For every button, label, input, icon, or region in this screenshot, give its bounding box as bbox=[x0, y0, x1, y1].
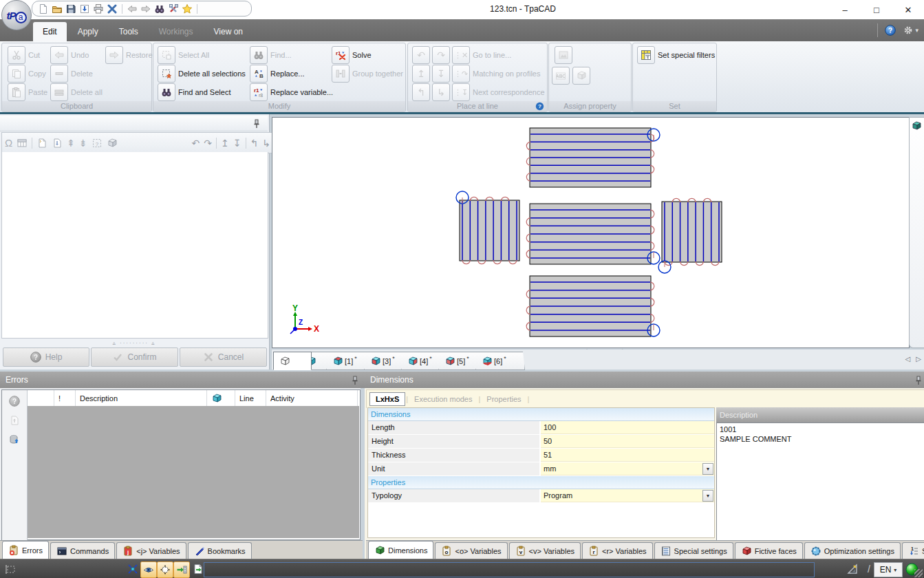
page-export-green-button[interactable] bbox=[191, 561, 206, 577]
ribbon-button-label: Undo bbox=[71, 51, 89, 59]
thickness-field[interactable]: 51 bbox=[541, 449, 714, 462]
overall-view-button[interactable] bbox=[157, 561, 173, 578]
pin-icon[interactable] bbox=[350, 375, 361, 386]
undo-arrow-icon[interactable] bbox=[127, 3, 138, 14]
settings-gear[interactable]: ▾ bbox=[903, 25, 918, 36]
special-filters-icon bbox=[637, 46, 655, 64]
menu-tab-workings[interactable]: Workings bbox=[149, 22, 203, 41]
bottom-tab-v-variables[interactable]: v<v> Variables bbox=[509, 542, 581, 559]
minimize-button[interactable]: – bbox=[829, 0, 861, 19]
description-textarea[interactable]: 1001SAMPLE COMMENT bbox=[716, 422, 924, 541]
menu-tab-view-on[interactable]: View on bbox=[204, 22, 253, 41]
bottom-tab-j-variables[interactable]: j<j> Variables bbox=[116, 542, 186, 559]
length-field[interactable]: 100 bbox=[541, 421, 714, 434]
ribbon-button-cut: Cut bbox=[8, 46, 40, 64]
face-tab-next-button[interactable]: ▷ bbox=[916, 355, 921, 363]
menu-tab-tools[interactable]: Tools bbox=[109, 22, 148, 41]
delete-x-icon[interactable] bbox=[107, 3, 118, 14]
tab-separator: | bbox=[479, 395, 481, 403]
save-import-icon[interactable] bbox=[79, 3, 90, 14]
ribbon-button-solve[interactable]: r1Solve bbox=[332, 46, 372, 64]
errors-column-description[interactable]: Description bbox=[76, 390, 207, 406]
bottom-tab-dimensions[interactable]: Dimensions bbox=[368, 541, 433, 559]
dropdown-arrow[interactable]: ▼ bbox=[702, 490, 713, 502]
language-value: EN bbox=[880, 565, 892, 575]
language-selector[interactable]: EN ▾ bbox=[874, 562, 903, 577]
new-document-icon[interactable] bbox=[38, 3, 49, 14]
bottom-tab-optimization-settings[interactable]: Optimization settings bbox=[804, 542, 901, 559]
db-upload-icon[interactable] bbox=[9, 434, 20, 445]
face-tab-6[interactable]: [6]* bbox=[475, 352, 525, 370]
ribbon-button-delete-all-selections[interactable]: Delete all selections bbox=[158, 65, 246, 83]
maximize-button[interactable]: □ bbox=[861, 0, 892, 19]
menu-tab-apply[interactable]: Apply bbox=[68, 22, 108, 41]
tab-separator: | bbox=[406, 395, 408, 403]
face-tab-general[interactable] bbox=[273, 352, 312, 370]
curve-left-icon: ↰ bbox=[412, 83, 430, 101]
group-help-icon[interactable]: ? bbox=[535, 102, 544, 111]
column-label: Activity bbox=[270, 394, 294, 403]
errors-column-x[interactable] bbox=[28, 390, 54, 406]
save-icon[interactable] bbox=[65, 3, 76, 14]
ribbon-button-replace[interactable]: ABReplace... bbox=[250, 65, 305, 83]
bottom-tab-commands[interactable]: Commands bbox=[50, 542, 115, 559]
collapsed-side-tab[interactable] bbox=[909, 117, 924, 348]
errors-column-line[interactable]: Line bbox=[235, 390, 266, 406]
face-tab-label: [4] bbox=[420, 357, 428, 365]
expand-view-button[interactable] bbox=[125, 561, 140, 577]
help-icon[interactable]: ? bbox=[885, 25, 896, 36]
dims-tab-lxhxs[interactable]: LxHxS bbox=[369, 392, 405, 406]
bottom-tab-o-variables[interactable]: o<o> Variables bbox=[435, 542, 507, 559]
face-tab-prev-button[interactable]: ◁ bbox=[905, 355, 911, 363]
cad-canvas[interactable]: YXZ bbox=[272, 117, 910, 348]
height-field[interactable]: 50 bbox=[541, 435, 714, 448]
solve-icon: r1 bbox=[332, 46, 350, 64]
errors-column-activity[interactable]: Activity bbox=[266, 390, 358, 406]
ribbon-button-replace-variable[interactable]: r1r8Replace variable... bbox=[250, 83, 333, 101]
workings-view-button[interactable] bbox=[173, 561, 190, 578]
pin-icon[interactable] bbox=[251, 118, 262, 129]
svg-text:B: B bbox=[259, 73, 264, 79]
dims-tab-execution-modes[interactable]: Execution modes bbox=[409, 393, 477, 405]
dims-tab-properties[interactable]: Properties bbox=[481, 393, 526, 405]
ribbon-button-delete-all: Delete all bbox=[50, 83, 103, 101]
pin-icon[interactable] bbox=[913, 375, 924, 386]
binoculars-icon[interactable] bbox=[154, 3, 165, 14]
bottom-tab-bookmarks[interactable]: Bookmarks bbox=[188, 542, 252, 559]
errors-column-spacer[interactable]: ! bbox=[54, 390, 76, 406]
caret-down-icon: ▾ bbox=[894, 567, 896, 573]
ribbon-button-label: Select All bbox=[178, 51, 209, 59]
face-tab-label: [5] bbox=[457, 357, 465, 365]
bottom-tab-r-variables[interactable]: r<r> Variables bbox=[582, 542, 653, 559]
errors-table-body[interactable] bbox=[28, 406, 359, 538]
modified-star: * bbox=[354, 355, 357, 362]
favorites-star-icon[interactable] bbox=[182, 3, 193, 14]
close-button[interactable]: ✕ bbox=[892, 0, 924, 19]
print-icon[interactable] bbox=[93, 3, 104, 14]
resize-grip[interactable] bbox=[914, 569, 923, 577]
customize-tools-icon[interactable] bbox=[168, 3, 179, 14]
unit-field[interactable]: mm▼ bbox=[541, 462, 714, 475]
dropdown-arrow[interactable]: ▼ bbox=[702, 463, 713, 475]
left-panel-body[interactable] bbox=[1, 152, 268, 339]
splitter-handle[interactable]: ▵ ········· ▵ bbox=[62, 340, 206, 346]
bottom-tab-errors[interactable]: Errors bbox=[2, 541, 49, 559]
form-section-dimensions: Dimensions bbox=[368, 408, 714, 421]
tab-errors-icon bbox=[8, 545, 19, 556]
move-up-icon: ↥ bbox=[221, 138, 229, 148]
bottom-tab-special-settings[interactable]: Special settings bbox=[654, 542, 733, 559]
open-folder-icon[interactable] bbox=[52, 3, 63, 14]
setsquare-icon[interactable] bbox=[845, 561, 860, 577]
ribbon-button-move-down: ↧ bbox=[432, 65, 450, 83]
redo-arrow-icon[interactable] bbox=[140, 3, 151, 14]
ribbon-button-set-special-filters[interactable]: Set special filters bbox=[637, 46, 715, 64]
menu-tab-edit[interactable]: Edit bbox=[33, 22, 67, 41]
eye-button[interactable] bbox=[140, 561, 157, 578]
typology-field[interactable]: Program▼ bbox=[541, 489, 714, 502]
ribbon-button-find-and-select[interactable]: Find and Select bbox=[158, 83, 230, 101]
tpa-logo[interactable]: tPa bbox=[1, 0, 32, 30]
bottom-tab-fictive-faces[interactable]: Fictive faces bbox=[735, 542, 803, 559]
ribbon-group-label: Clipboard bbox=[2, 101, 151, 111]
errors-column-face[interactable] bbox=[207, 390, 235, 406]
bottom-tab-sequences[interactable]: 1Sequences bbox=[902, 542, 924, 559]
